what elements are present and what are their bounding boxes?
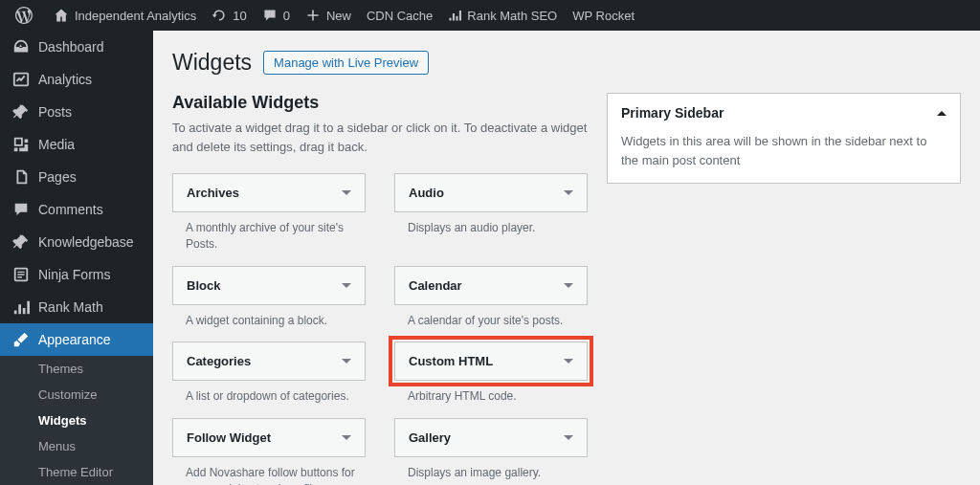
widget-desc: A calendar of your site's posts. [394,305,588,329]
pin-icon [11,233,31,251]
page-title: Widgets [172,50,252,76]
sidebar-item-appearance[interactable]: Appearance [0,323,153,356]
sidebar-item-label: Rank Math [38,299,103,315]
chevron-down-icon [564,359,573,364]
home-icon [54,8,69,23]
analytics-icon [11,71,31,88]
refresh-icon [212,8,227,23]
widget-name: Block [187,278,220,293]
widget-block[interactable]: Block [172,266,366,305]
form-icon [11,266,31,283]
brush-icon [11,331,31,348]
widget-cell: AudioDisplays an audio player. [394,173,588,253]
widget-name: Gallery [409,430,451,445]
comment-icon [262,8,278,23]
updates-link[interactable]: 10 [204,0,254,31]
widget-cell: GalleryDisplays an image gallery. [394,418,588,485]
submenu-item-theme-editor[interactable]: Theme Editor [0,459,153,485]
sidebar-item-label: Dashboard [38,39,104,55]
sidebar-item-analytics[interactable]: Analytics [0,63,153,96]
sidebar-item-label: Pages [38,169,77,185]
sidebar-item-label: Comments [38,202,103,217]
plus-icon [305,8,321,23]
sidebar-item-posts[interactable]: Posts [0,96,153,128]
wp-logo[interactable] [8,0,46,31]
widget-cell: BlockA widget containing a block. [172,266,366,329]
adminbar-item-1[interactable]: Rank Math SEO [440,0,565,31]
widget-name: Follow Widget [187,430,271,445]
chevron-down-icon [564,435,573,440]
media-icon [11,136,31,153]
sidebar-item-knowledgebase[interactable]: Knowledgebase [0,226,153,258]
sidebar-item-label: Ninja Forms [38,267,110,282]
sidebar-item-dashboard[interactable]: Dashboard [0,31,153,63]
sidebar-item-label: Posts [38,104,72,120]
widget-name: Audio [409,186,444,200]
submenu-item-menus[interactable]: Menus [0,433,153,459]
comments-link[interactable]: 0 [255,0,298,31]
widget-cell: CalendarA calendar of your site's posts. [394,266,588,329]
appearance-submenu: ThemesCustomizeWidgetsMenusTheme EditorS… [0,356,153,485]
widget-follow-widget[interactable]: Follow Widget [172,418,366,457]
available-widgets-title: Available Widgets [172,93,588,113]
new-link[interactable]: New [298,0,359,31]
submenu-item-customize[interactable]: Customize [0,382,153,408]
page-header: Widgets Manage with Live Preview [172,50,961,76]
chevron-down-icon [342,435,351,440]
chevron-down-icon [342,283,351,288]
pin-icon [11,103,31,121]
sidebar-item-label: Media [38,137,75,152]
chevron-up-icon [937,111,947,116]
admin-bar: Independent Analytics 10 0 New CDN Cache… [0,0,980,31]
chevron-down-icon [564,190,573,195]
sidebar-item-media[interactable]: Media [0,128,153,161]
widget-desc: A list or dropdown of categories. [172,381,366,405]
submenu-item-widgets[interactable]: Widgets [0,408,153,433]
widget-archives[interactable]: Archives [172,173,366,212]
site-name-text: Independent Analytics [75,9,196,23]
new-label: New [326,9,351,23]
pages-icon [11,168,31,186]
widget-audio[interactable]: Audio [394,173,588,212]
widget-desc: Arbitrary HTML code. [394,381,588,405]
chevron-down-icon [564,283,573,288]
site-name-link[interactable]: Independent Analytics [46,0,204,31]
sidebar-item-pages[interactable]: Pages [0,161,153,193]
available-widgets-desc: To activate a widget drag it to a sideba… [172,119,588,156]
sidebar-item-label: Appearance [38,332,111,347]
comments-count: 0 [283,9,290,23]
rank-icon [448,9,461,22]
widget-categories[interactable]: Categories [172,342,366,381]
adminbar-item-2[interactable]: WP Rocket [565,0,642,31]
widget-cell: Follow WidgetAdd Novashare follow button… [172,418,366,485]
adminbar-item-0[interactable]: CDN Cache [359,0,440,31]
widget-desc: Displays an image gallery. [394,457,588,481]
sidebar-item-ninja-forms[interactable]: Ninja Forms [0,258,153,291]
widget-desc: Add Novashare follow buttons for your so… [172,457,366,485]
widget-cell: Custom HTMLArbitrary HTML code. [394,342,588,405]
widget-custom-html[interactable]: Custom HTML [394,342,588,381]
widgets-grid: ArchivesA monthly archive of your site's… [172,173,588,485]
content-area: Widgets Manage with Live Preview Availab… [153,31,980,485]
admin-sidebar: DashboardAnalyticsPostsMediaPagesComment… [0,31,153,485]
widget-name: Categories [187,354,251,368]
dropzone-desc: Widgets in this area will be shown in th… [608,132,960,183]
rank-icon [11,298,31,316]
updates-count: 10 [233,9,246,23]
submenu-item-themes[interactable]: Themes [0,356,153,382]
widget-gallery[interactable]: Gallery [394,418,588,457]
widget-cell: ArchivesA monthly archive of your site's… [172,173,366,253]
manage-live-preview-button[interactable]: Manage with Live Preview [263,51,429,75]
widget-name: Archives [187,186,239,200]
dropzone-title: Primary Sidebar [621,105,724,121]
chevron-down-icon [342,359,351,364]
widget-calendar[interactable]: Calendar [394,266,588,305]
widget-desc: A monthly archive of your site's Posts. [172,212,366,253]
sidebar-item-label: Knowledgebase [38,234,134,250]
sidebar-item-rank-math[interactable]: Rank Math [0,291,153,323]
sidebar-item-comments[interactable]: Comments [0,193,153,226]
chevron-down-icon [342,190,351,195]
primary-sidebar-dropzone[interactable]: Primary Sidebar Widgets in this area wil… [607,93,961,184]
sidebar-item-label: Analytics [38,72,92,87]
dashboard-icon [11,38,31,55]
